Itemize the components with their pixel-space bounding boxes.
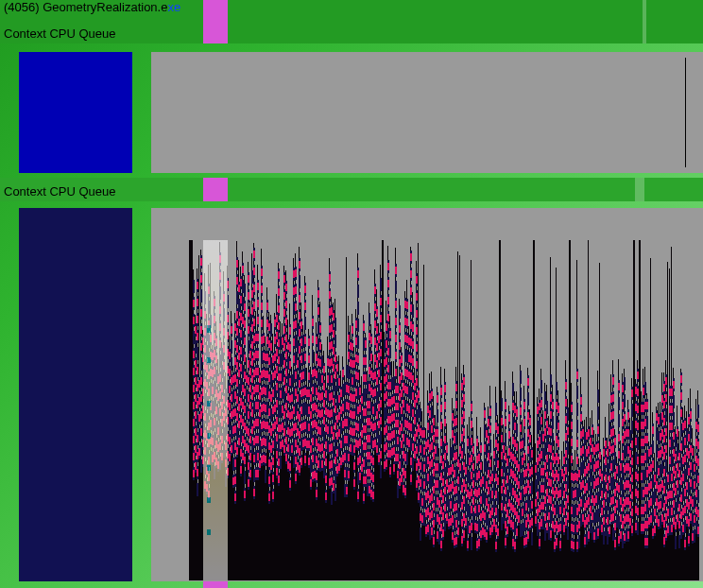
- queue1-label: Context CPU Queue: [0, 26, 116, 41]
- queue2-label: Context CPU Queue: [0, 184, 116, 199]
- flame-graph[interactable]: [189, 240, 699, 580]
- process-title: (4056) GeometryRealization.exe: [0, 0, 703, 16]
- timeline1-event-tick: [685, 58, 686, 167]
- queue1-timeline[interactable]: [151, 52, 703, 173]
- queue2-header-split: [635, 178, 644, 201]
- process-pid: (4056): [4, 0, 43, 14]
- process-ext: xe: [167, 0, 180, 14]
- queue2-thumbnail[interactable]: [19, 208, 132, 581]
- flame-column: [697, 240, 699, 580]
- scrub-segment-bottom: [203, 581, 228, 588]
- process-name: GeometryRealization.e: [43, 0, 167, 14]
- queue1-thumbnail[interactable]: [19, 52, 132, 173]
